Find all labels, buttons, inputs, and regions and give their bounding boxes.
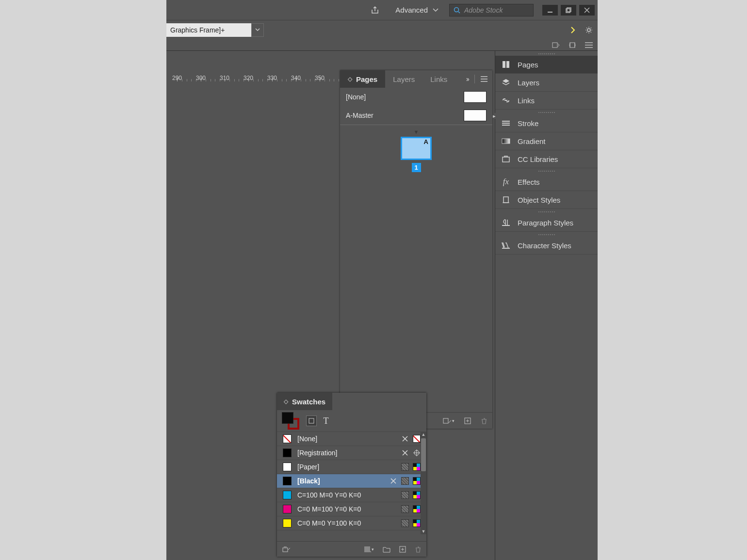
panel-menu-icon[interactable]	[583, 39, 595, 51]
new-group-from-icon[interactable]: ▾	[364, 546, 374, 553]
panel-item-label: Paragraph Styles	[518, 219, 573, 227]
panel-item-links[interactable]: Links	[495, 92, 598, 110]
none-type-icon	[413, 435, 421, 443]
swatch-name: C=0 M=100 Y=0 K=0	[297, 505, 361, 513]
new-page-icon[interactable]	[464, 417, 471, 424]
swatch-row[interactable]: [Black]	[277, 474, 426, 488]
page-thumbnail[interactable]: A	[401, 137, 432, 160]
swatch-row[interactable]: [None]	[277, 432, 426, 446]
links-icon	[501, 96, 511, 105]
fit-page-icon[interactable]	[550, 39, 562, 51]
maximize-button[interactable]	[561, 5, 576, 16]
delete-swatch-icon[interactable]	[415, 546, 422, 553]
settings-gear-icon[interactable]	[583, 24, 595, 36]
cmyk-icon	[413, 519, 421, 527]
gpu-icon[interactable]	[568, 24, 579, 36]
panel-item-label: CC Libraries	[518, 155, 558, 163]
panel-gripper[interactable]	[495, 209, 598, 214]
object-style-field[interactable]: Graphics Frame]+	[166, 23, 252, 37]
cmyk-icon	[413, 463, 421, 471]
svg-rect-12	[502, 248, 510, 249]
scroll-up-arrow[interactable]: ▲	[421, 432, 426, 437]
share-icon[interactable]	[365, 0, 385, 20]
svg-rect-17	[283, 548, 288, 552]
workspace-dropdown[interactable]: Advanced	[390, 0, 443, 20]
swatch-chip	[283, 505, 292, 513]
master-thumb	[464, 110, 487, 121]
swatch-row[interactable]	[277, 530, 426, 534]
scroll-thumb[interactable]	[421, 438, 426, 471]
effects-icon: fx	[501, 177, 511, 187]
panel-item-stroke[interactable]: Stroke	[495, 114, 598, 132]
spread-area[interactable]: ▼ A 1	[340, 125, 492, 172]
panel-gripper[interactable]	[495, 168, 598, 173]
panel-item-label: Links	[518, 96, 535, 105]
divider	[474, 75, 475, 83]
delete-page-icon[interactable]	[481, 417, 487, 424]
search-wrap: Adobe Stock	[449, 4, 534, 16]
tab-swatches[interactable]: ◇ Swatches	[277, 393, 332, 410]
object-styles-icon	[501, 195, 511, 205]
fill-proxy[interactable]	[282, 412, 293, 424]
panel-gripper[interactable]	[495, 51, 598, 56]
swatches-footer: ▾	[277, 541, 426, 557]
panel-item-object-styles[interactable]: Object Styles	[495, 191, 598, 209]
fit-spread-icon[interactable]	[567, 39, 578, 51]
swatch-name: [Registration]	[297, 449, 337, 457]
container-scope-button[interactable]	[306, 416, 317, 426]
swatch-row[interactable]: C=0 M=100 Y=0 K=0	[277, 502, 426, 516]
tab-links[interactable]: Links	[422, 70, 455, 88]
tab-pages[interactable]: ◇Pages	[340, 70, 385, 88]
panel-item-paragraph-styles[interactable]: Paragraph Styles	[495, 214, 598, 232]
swatch-name: [Black]	[297, 477, 320, 485]
swatch-chip	[283, 448, 292, 457]
minimize-button[interactable]	[542, 5, 558, 16]
new-folder-icon[interactable]	[383, 546, 390, 553]
panel-item-label: Stroke	[518, 119, 538, 128]
swatches-list[interactable]: [None][Registration][Paper][Black]C=100 …	[277, 432, 426, 534]
new-swatch-icon[interactable]	[399, 546, 406, 553]
object-style-dropdown[interactable]	[251, 23, 264, 37]
master-thumb	[464, 91, 487, 103]
text-scope-button[interactable]: T	[321, 416, 331, 426]
master-row-a[interactable]: A-Master	[340, 106, 492, 125]
panel-gripper[interactable]	[495, 110, 598, 114]
swatch-row[interactable]: [Paper]	[277, 460, 426, 474]
panel-item-layers[interactable]: Layers	[495, 74, 598, 92]
tab-label: Layers	[393, 75, 415, 83]
search-input[interactable]: Adobe Stock	[449, 4, 534, 16]
svg-rect-15	[309, 418, 314, 423]
spread-insertion-marker: ▼	[414, 129, 419, 135]
paragraph-styles-icon	[501, 218, 511, 227]
collapse-panel-icon[interactable]: ››	[466, 75, 469, 83]
svg-rect-2	[567, 8, 571, 12]
tab-layers[interactable]: Layers	[385, 70, 422, 88]
edit-size-icon[interactable]: ▾	[443, 417, 455, 424]
fill-stroke-proxy[interactable]	[282, 412, 299, 430]
character-styles-icon	[501, 240, 511, 250]
panel-item-cc-libraries[interactable]: CC Libraries	[495, 150, 598, 168]
panel-gripper[interactable]	[495, 232, 598, 237]
swatch-chip	[283, 491, 292, 499]
panel-item-label: Object Styles	[518, 196, 560, 204]
panel-menu-icon[interactable]	[481, 76, 487, 82]
swatch-row[interactable]: C=100 M=0 Y=0 K=0	[277, 488, 426, 502]
master-row-none[interactable]: [None]	[340, 88, 492, 106]
swatch-name: C=100 M=0 Y=0 K=0	[297, 491, 361, 499]
panel-item-pages[interactable]: Pages	[495, 56, 598, 74]
close-button[interactable]	[579, 5, 595, 16]
app-window: Advanced Adobe Stock Graphics Frame]+	[166, 0, 598, 560]
swatch-row[interactable]: C=0 M=0 Y=100 K=0	[277, 516, 426, 530]
page-number-badge[interactable]: 1	[412, 163, 421, 172]
scroll-down-arrow[interactable]: ▼	[421, 528, 426, 534]
page-number: 1	[414, 164, 418, 171]
master-label: A-Master	[346, 112, 374, 119]
panel-item-character-styles[interactable]: Character Styles	[495, 237, 598, 255]
panel-item-gradient[interactable]: Gradient	[495, 132, 598, 150]
swatch-options-icon[interactable]	[282, 546, 291, 553]
svg-rect-13	[443, 418, 448, 423]
svg-rect-11	[502, 225, 510, 226]
scrollbar[interactable]: ▲ ▼	[421, 432, 426, 534]
swatch-row[interactable]: [Registration]	[277, 446, 426, 460]
panel-item-effects[interactable]: fxEffects	[495, 173, 598, 191]
